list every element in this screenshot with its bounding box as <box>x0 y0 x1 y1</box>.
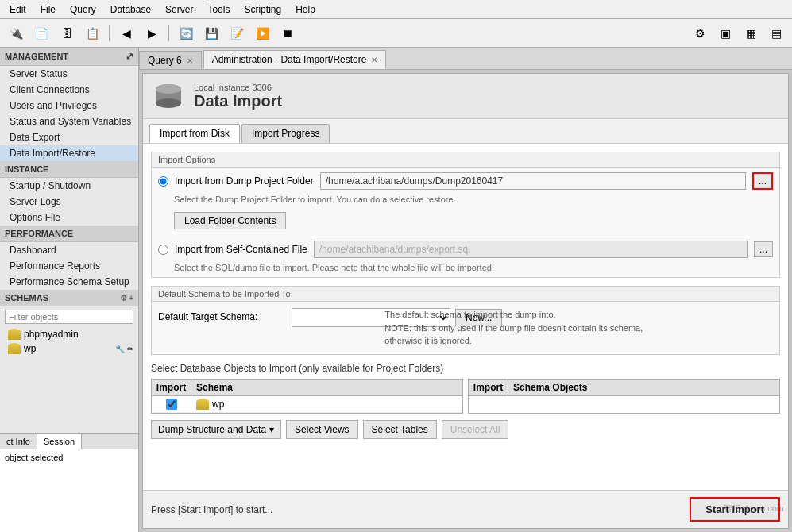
sidebar-item-client-connections[interactable]: Client Connections <box>0 82 138 98</box>
menu-file[interactable]: File <box>34 2 62 17</box>
menu-query[interactable]: Query <box>64 2 102 17</box>
filter-input[interactable] <box>5 310 133 324</box>
toolbar-save[interactable]: 💾 <box>200 23 222 44</box>
sub-tab-import-disk[interactable]: Import from Disk <box>149 124 240 143</box>
toolbar-settings[interactable]: ⚙ <box>689 23 711 44</box>
toolbar-back[interactable]: ◀ <box>115 23 137 44</box>
row-schema-name: wp <box>191 396 462 412</box>
tab-admin-import[interactable]: Administration - Data Import/Restore ✕ <box>203 50 387 69</box>
toolbar-right: ⚙ ▣ ▦ ▤ <box>689 23 787 44</box>
browse-btn-option2[interactable]: ... <box>754 241 773 257</box>
panel-content: Import Options Import from Dump Project … <box>143 144 788 490</box>
sidebar-item-status-system-vars[interactable]: Status and System Variables <box>0 114 138 129</box>
watermark: 智汇zhuon.com <box>724 503 784 515</box>
toolbar-layout2[interactable]: ▦ <box>740 23 762 44</box>
schema-icon-wp <box>8 343 21 354</box>
load-folder-btn[interactable]: Load Folder Contents <box>174 212 286 229</box>
toolbar-sep1 <box>109 25 110 41</box>
toolbar-forward[interactable]: ▶ <box>141 23 163 44</box>
dump-dropdown-btn[interactable]: Dump Structure and Data ▾ <box>151 420 281 439</box>
schemas-gear-icon[interactable]: ⚙ <box>120 294 127 303</box>
sidebar-item-options-file[interactable]: Options File <box>0 210 138 226</box>
schemas-add-icon[interactable]: + <box>129 294 133 303</box>
toolbar-layout1[interactable]: ▣ <box>714 23 736 44</box>
right-table-header: Import Schema Objects <box>469 380 779 396</box>
schema-item-phpmyadmin[interactable]: phpmyadmin <box>0 327 138 341</box>
schema-wp-icons: 🔧 ✏ <box>115 345 133 353</box>
schemas-section-header: SCHEMAS ⚙ + <box>0 290 138 306</box>
left-col-schema: Schema <box>191 380 462 395</box>
svg-point-2 <box>156 98 181 108</box>
left-objects-table: Import Schema wp <box>151 379 463 414</box>
performance-section-header: PERFORMANCE <box>0 226 138 242</box>
sidebar-item-dashboard[interactable]: Dashboard <box>0 242 138 258</box>
default-schema-group: Default Schema to be Imported To Default… <box>151 286 780 355</box>
option2-path-input[interactable] <box>314 241 748 258</box>
sidebar-item-data-import[interactable]: Data Import/Restore <box>0 145 138 161</box>
toolbar-run[interactable]: ▶️ <box>251 23 273 44</box>
schema-note: The default schema to import the dump in… <box>384 308 773 348</box>
right-objects-table: Import Schema Objects <box>468 379 780 414</box>
toolbar-copy[interactable]: 📄 <box>30 23 52 44</box>
menu-help[interactable]: Help <box>289 2 322 17</box>
menu-server[interactable]: Server <box>159 2 199 17</box>
content-area: Query 6 ✕ Administration - Data Import/R… <box>139 48 792 532</box>
toolbar-db[interactable]: 🗄 <box>56 23 78 44</box>
menu-scripting[interactable]: Scripting <box>238 2 288 17</box>
right-col-import: Import <box>469 380 508 395</box>
sidebar-item-users-privileges[interactable]: Users and Privileges <box>0 98 138 114</box>
management-expand-icon[interactable]: ⤢ <box>126 51 133 62</box>
sidebar-item-server-logs[interactable]: Server Logs <box>0 194 138 210</box>
row-db-icon <box>196 399 209 410</box>
menu-database[interactable]: Database <box>104 2 157 17</box>
select-views-btn[interactable]: Select Views <box>286 420 357 439</box>
menu-edit[interactable]: Edit <box>3 2 33 17</box>
sidebar-item-data-export[interactable]: Data Export <box>0 129 138 145</box>
tab-admin-import-close[interactable]: ✕ <box>371 56 377 64</box>
toolbar: 🔌 📄 🗄 📋 ◀ ▶ 🔄 💾 📝 ▶️ ⏹ ⚙ ▣ ▦ ▤ <box>0 19 792 48</box>
browse-btn-option1[interactable]: ... <box>752 172 773 190</box>
db-objects-section: Select Database Objects to Import (only … <box>151 363 780 439</box>
sidebar: MANAGEMENT ⤢ Server Status Client Connec… <box>0 48 139 532</box>
unselect-all-btn[interactable]: Unselect All <box>442 420 509 439</box>
row-checkbox[interactable] <box>166 399 177 410</box>
sub-tab-import-progress[interactable]: Import Progress <box>241 124 330 143</box>
panel-subtitle: Local instance 3306 <box>194 83 282 92</box>
actions-row: Dump Structure and Data ▾ Select Views S… <box>151 420 780 439</box>
bottom-status: object selected <box>0 449 138 533</box>
option1-radio[interactable] <box>158 176 168 187</box>
option1-path-input[interactable] <box>320 172 746 190</box>
sidebar-item-performance-reports[interactable]: Performance Reports <box>0 258 138 274</box>
objects-grid: Import Schema wp <box>151 379 780 414</box>
select-tables-btn[interactable]: Select Tables <box>363 420 437 439</box>
toolbar-stop[interactable]: ⏹ <box>276 23 299 44</box>
dropdown-arrow-icon: ▾ <box>269 424 274 435</box>
panel-title-area: Local instance 3306 Data Import <box>194 83 282 110</box>
tab-query6-close[interactable]: ✕ <box>187 56 193 65</box>
toolbar-refresh[interactable]: 🔄 <box>175 23 197 44</box>
option2-radio[interactable] <box>158 245 168 255</box>
menu-tools[interactable]: Tools <box>201 2 236 17</box>
panel-header: Local instance 3306 Data Import <box>143 74 788 119</box>
right-col-schema: Schema Objects <box>508 380 779 395</box>
toolbar-new-connection[interactable]: 🔌 <box>5 23 27 44</box>
sidebar-item-startup-shutdown[interactable]: Startup / Shutdown <box>0 178 138 194</box>
option2-desc: Select the SQL/dump file to import. Plea… <box>152 263 779 277</box>
schema-icon-phpmyadmin <box>8 329 21 340</box>
toolbar-sql[interactable]: 📝 <box>226 23 248 44</box>
row-import-check <box>152 396 191 412</box>
db-objects-title: Select Database Objects to Import (only … <box>151 363 780 374</box>
bottom-tab-ct-info[interactable]: ct Info <box>0 434 37 449</box>
tab-query6[interactable]: Query 6 ✕ <box>139 51 202 69</box>
sidebar-item-performance-schema[interactable]: Performance Schema Setup <box>0 274 138 290</box>
toolbar-layout3[interactable]: ▤ <box>765 23 787 44</box>
panel-footer: Press [Start Import] to start... Start I… <box>143 490 788 528</box>
bottom-tab-session[interactable]: Session <box>37 434 82 449</box>
import-options-group: Import Options Import from Dump Project … <box>151 152 780 278</box>
sidebar-item-server-status[interactable]: Server Status <box>0 66 138 82</box>
schema-item-wp[interactable]: wp 🔧 ✏ <box>0 341 138 356</box>
toolbar-sep2 <box>168 25 169 41</box>
toolbar-table[interactable]: 📋 <box>81 23 103 44</box>
default-schema-title: Default Schema to be Imported To <box>152 287 779 302</box>
panel-icon <box>153 80 184 112</box>
